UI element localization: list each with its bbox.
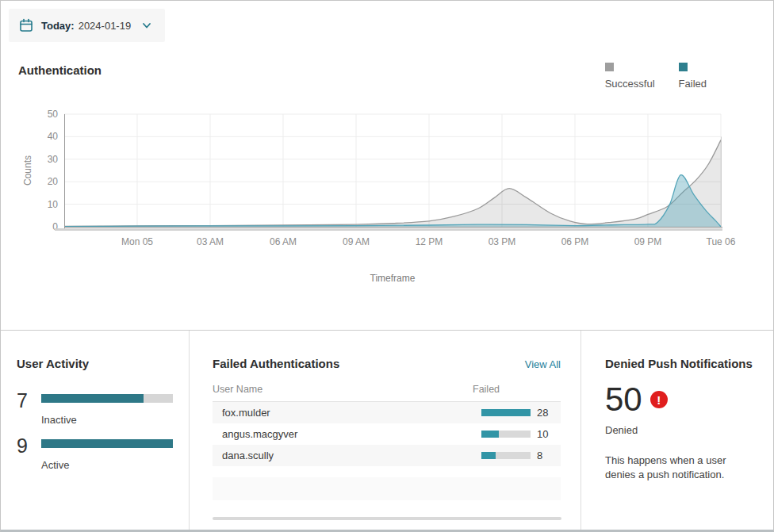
user-name: fox.mulder <box>222 407 481 419</box>
user-activity-title: User Activity <box>17 357 181 370</box>
svg-text:09 AM: 09 AM <box>343 236 370 247</box>
svg-text:06 AM: 06 AM <box>270 236 297 247</box>
chart-legend: Successful Failed <box>605 63 707 90</box>
active-users-stat: 9 Active <box>17 436 181 471</box>
active-label: Active <box>41 459 173 471</box>
auth-chart-svg: 01020304050Mon 0503 AM06 AM09 AM12 PM03 … <box>1 104 774 294</box>
date-picker-value: 2024-01-19 <box>79 20 132 32</box>
failed-swatch <box>679 63 688 71</box>
svg-text:Timeframe: Timeframe <box>370 273 416 284</box>
svg-text:Tue 06: Tue 06 <box>707 236 736 247</box>
svg-text:50: 50 <box>48 109 59 120</box>
bottom-panels: User Activity 7 Inactive 9 Active Failed… <box>1 330 774 532</box>
failed-auth-panel: Failed Authentications View All User Nam… <box>189 331 580 532</box>
table-header: User Name Failed <box>213 384 561 402</box>
inactive-count: 7 <box>17 391 35 411</box>
svg-text:Counts: Counts <box>22 155 33 186</box>
alert-icon: ! <box>650 391 668 408</box>
date-picker-label: Today: <box>41 20 75 32</box>
svg-text:Mon 05: Mon 05 <box>121 236 153 247</box>
active-bar <box>41 439 173 448</box>
column-failed: Failed <box>473 384 561 395</box>
svg-text:03 PM: 03 PM <box>489 236 516 247</box>
active-count: 9 <box>17 436 35 456</box>
failed-bar-fill <box>481 452 496 459</box>
chevron-down-icon <box>141 20 152 31</box>
calendar-icon <box>18 17 34 33</box>
denied-push-panel: Denied Push Notifications 50 ! Denied Th… <box>580 331 774 532</box>
column-user-name: User Name <box>213 384 473 395</box>
active-bar-fill <box>41 439 173 448</box>
table-row[interactable]: dana.scully 8 <box>213 445 561 466</box>
view-all-link[interactable]: View All <box>525 358 561 370</box>
svg-text:20: 20 <box>48 176 59 187</box>
legend-label-successful: Successful <box>605 78 655 90</box>
svg-text:03 AM: 03 AM <box>197 236 224 247</box>
authentication-section-title: Authentication <box>18 63 102 77</box>
failed-bar-fill <box>481 409 531 416</box>
failed-count: 8 <box>537 450 561 461</box>
denied-push-title: Denied Push Notifications <box>605 357 759 370</box>
user-activity-panel: User Activity 7 Inactive 9 Active <box>1 331 189 532</box>
successful-swatch <box>605 63 614 71</box>
table-row[interactable]: fox.mulder 28 <box>213 402 561 423</box>
failed-count: 10 <box>537 428 561 440</box>
denied-description: This happens when a user denies a push n… <box>605 454 748 483</box>
failed-auth-title: Failed Authentications <box>213 357 339 370</box>
svg-text:12 PM: 12 PM <box>416 236 443 247</box>
inactive-bar-fill <box>41 394 144 403</box>
inactive-users-stat: 7 Inactive <box>17 391 181 426</box>
svg-text:40: 40 <box>48 131 59 142</box>
failed-bar <box>481 409 531 416</box>
table-row-empty <box>213 477 561 500</box>
svg-text:10: 10 <box>48 199 59 210</box>
horizontal-scrollbar[interactable] <box>213 517 561 520</box>
failed-bar-fill <box>481 431 499 438</box>
inactive-bar <box>41 394 173 403</box>
legend-label-failed: Failed <box>679 78 707 90</box>
authentication-chart: 01020304050Mon 0503 AM06 AM09 AM12 PM03 … <box>1 104 774 294</box>
denied-count: 50 <box>605 383 642 416</box>
failed-count: 28 <box>537 407 561 419</box>
svg-text:30: 30 <box>48 154 59 165</box>
svg-text:09 PM: 09 PM <box>634 236 662 247</box>
svg-text:06 PM: 06 PM <box>561 236 589 247</box>
failed-bar <box>481 431 531 438</box>
dashboard: Today: 2024-01-19 Authentication Success… <box>0 0 774 532</box>
user-name: dana.scully <box>222 450 481 461</box>
date-picker-button[interactable]: Today: 2024-01-19 <box>9 9 165 42</box>
inactive-label: Inactive <box>41 414 173 426</box>
user-name: angus.macgyver <box>222 428 481 440</box>
table-row[interactable]: angus.macgyver 10 <box>213 423 561 445</box>
legend-item-failed[interactable]: Failed <box>679 63 707 90</box>
denied-label: Denied <box>605 424 759 436</box>
legend-item-successful[interactable]: Successful <box>605 63 655 90</box>
failed-bar <box>481 452 531 459</box>
